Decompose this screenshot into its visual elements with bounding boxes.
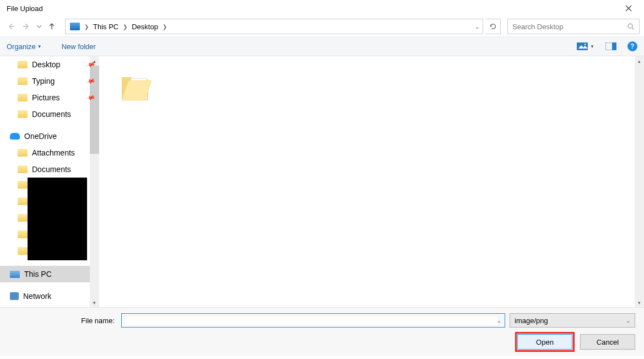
chevron-down-icon[interactable]: ⌄	[475, 24, 479, 30]
sidebar-item-attachments[interactable]: Attachments	[0, 144, 99, 161]
organize-label: Organize	[7, 42, 36, 51]
refresh-icon	[489, 23, 497, 30]
search-box[interactable]	[507, 19, 640, 34]
organize-menu[interactable]: Organize ▼	[7, 42, 42, 51]
breadcrumb-root[interactable]: ❯ This PC ❯	[69, 23, 131, 31]
folder-icon	[18, 214, 28, 222]
folder-icon	[18, 197, 28, 205]
folder-icon	[18, 110, 28, 118]
chevron-down-icon: ▼	[590, 44, 594, 49]
sidebar-item-label: Desktop	[32, 60, 60, 69]
chevron-down-icon: ⌄	[626, 318, 630, 324]
open-button[interactable]: Open	[517, 334, 572, 350]
chevron-right-icon: ❯	[84, 24, 89, 30]
chevron-down-icon	[36, 24, 42, 29]
chevron-down-icon[interactable]: ⌄	[497, 318, 501, 324]
organize-bar: Organize ▼ New folder ▼ ?	[0, 36, 644, 56]
chevron-right-icon: ❯	[163, 24, 167, 30]
close-icon	[625, 5, 632, 12]
folder-item[interactable]	[115, 67, 159, 122]
folder-icon	[18, 181, 28, 189]
help-icon: ?	[630, 42, 634, 50]
picture-icon	[577, 42, 588, 50]
sidebar-item-label: Typing	[32, 77, 55, 85]
arrow-up-icon	[47, 22, 56, 31]
sidebar-item-label: Attachments	[32, 148, 75, 157]
file-type-label: image/png	[515, 317, 548, 325]
folder-icon	[18, 94, 28, 101]
sidebar-item-pictures[interactable]: Pictures 📌	[0, 89, 99, 106]
thispc-icon	[70, 23, 80, 30]
titlebar: File Upload	[0, 0, 644, 17]
file-type-filter[interactable]: image/png ⌄	[510, 313, 635, 328]
sidebar-item-documents[interactable]: Documents	[0, 106, 99, 122]
filename-label: File name:	[9, 317, 117, 325]
folder-icon	[18, 247, 28, 255]
content-scrollbar[interactable]: ▴ ▾	[635, 56, 644, 307]
svg-point-0	[628, 24, 632, 28]
sidebar-item-typing[interactable]: Typing 📌	[0, 73, 99, 89]
search-icon	[627, 23, 635, 30]
help-button[interactable]: ?	[627, 41, 637, 51]
folder-icon	[18, 231, 28, 238]
sidebar-item-thispc[interactable]: This PC	[0, 266, 99, 282]
new-folder-button[interactable]: New folder	[62, 42, 96, 51]
open-button-label: Open	[536, 338, 554, 346]
main-area: ▴ ▾ Desktop 📌 Typing 📌 Pictures 📌 Docume…	[0, 56, 644, 307]
preview-pane-icon[interactable]	[605, 42, 616, 50]
address-bar[interactable]: ❯ This PC ❯ Desktop ❯ ⌄	[65, 19, 483, 34]
refresh-button[interactable]	[485, 19, 501, 34]
recent-dropdown[interactable]	[35, 20, 43, 33]
footer: File name: ⌄ image/png ⌄ Open Cancel	[0, 307, 644, 356]
chevron-down-icon: ▼	[37, 44, 42, 49]
search-input[interactable]	[512, 23, 627, 31]
onedrive-icon	[10, 133, 20, 140]
sidebar-item-network[interactable]: Network	[0, 288, 99, 304]
folder-icon	[18, 165, 28, 173]
svg-point-3	[585, 44, 586, 45]
sidebar-item-label: This PC	[24, 270, 52, 278]
folder-icon	[117, 67, 156, 106]
filename-field[interactable]: ⌄	[121, 313, 505, 328]
up-button[interactable]	[45, 20, 58, 33]
navigation-pane[interactable]: ▴ ▾ Desktop 📌 Typing 📌 Pictures 📌 Docume…	[0, 56, 99, 307]
thispc-icon	[10, 271, 20, 278]
sidebar-item-label: Documents	[32, 110, 71, 119]
view-menu[interactable]: ▼	[577, 42, 594, 50]
file-list[interactable]: ▴ ▾	[99, 56, 644, 307]
chevron-right-icon: ❯	[123, 24, 127, 30]
sidebar-item-label: Network	[23, 292, 51, 301]
breadcrumb-leaf-label: Desktop	[132, 23, 158, 31]
arrow-right-icon	[22, 22, 31, 31]
arrow-left-icon	[7, 22, 15, 31]
redacted-block	[28, 178, 87, 260]
scroll-down-icon[interactable]: ▾	[635, 298, 644, 307]
navbar: ❯ This PC ❯ Desktop ❯ ⌄	[0, 17, 644, 36]
sidebar-item-documents-od[interactable]: Documents	[0, 161, 99, 178]
sidebar-item-label: Documents	[32, 165, 71, 174]
network-icon	[10, 292, 19, 300]
scroll-down-icon[interactable]: ▾	[90, 298, 99, 307]
breadcrumb-root-label: This PC	[93, 23, 118, 31]
folder-icon	[18, 61, 28, 68]
sidebar-item-label: OneDrive	[24, 132, 57, 141]
svg-rect-5	[612, 42, 616, 50]
filename-input[interactable]	[125, 317, 497, 325]
folder-icon	[18, 77, 28, 85]
folder-icon	[18, 149, 28, 157]
scroll-up-icon[interactable]: ▴	[635, 56, 644, 66]
forward-button[interactable]	[20, 20, 33, 33]
sidebar-item-onedrive[interactable]: OneDrive	[0, 128, 99, 144]
window-title: File Upload	[4, 4, 618, 13]
breadcrumb-leaf[interactable]: Desktop ❯	[131, 23, 170, 31]
new-folder-label: New folder	[62, 42, 96, 51]
sidebar-item-desktop[interactable]: Desktop 📌	[0, 56, 99, 73]
cancel-button-label: Cancel	[597, 338, 619, 346]
close-button[interactable]	[618, 0, 640, 17]
cancel-button[interactable]: Cancel	[580, 334, 635, 350]
sidebar-item-label: Pictures	[32, 93, 60, 102]
back-button[interactable]	[4, 20, 18, 33]
